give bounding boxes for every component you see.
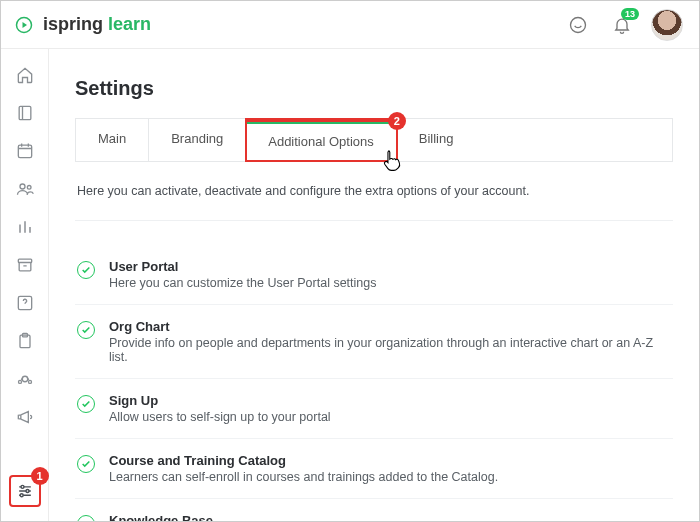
options-list: User Portal Here you can customize the U… bbox=[75, 245, 673, 522]
option-sub: Learners can self-enroll in courses and … bbox=[109, 470, 498, 484]
check-icon bbox=[77, 395, 95, 413]
sidebar-item-archive[interactable] bbox=[9, 249, 41, 281]
brand-name1: ispring bbox=[43, 14, 103, 35]
tab-branding[interactable]: Branding bbox=[149, 119, 246, 161]
option-title: Knowledge Base bbox=[109, 513, 566, 522]
svg-point-12 bbox=[28, 380, 31, 383]
tab-main[interactable]: Main bbox=[76, 119, 149, 161]
pointer-cursor-icon bbox=[382, 148, 404, 177]
main: Settings Main Branding Additional Option… bbox=[49, 49, 699, 522]
svg-point-14 bbox=[26, 490, 29, 493]
bell-icon[interactable]: 13 bbox=[607, 10, 637, 40]
page-title: Settings bbox=[75, 77, 673, 100]
option-sub: Provide info on people and departments i… bbox=[109, 336, 671, 364]
intro-text: Here you can activate, deactivate and co… bbox=[75, 162, 673, 221]
tab-additional-options-label: Additional Options bbox=[268, 134, 374, 149]
check-icon bbox=[77, 455, 95, 473]
bell-badge: 13 bbox=[621, 8, 639, 20]
avatar[interactable] bbox=[651, 9, 683, 41]
chat-icon[interactable] bbox=[563, 10, 593, 40]
option-course-catalog[interactable]: Course and Training Catalog Learners can… bbox=[75, 439, 673, 499]
sidebar-item-help[interactable] bbox=[9, 287, 41, 319]
option-sub: Here you can customize the User Portal s… bbox=[109, 276, 376, 290]
brand-name2: learn bbox=[108, 14, 151, 35]
sidebar-item-library[interactable] bbox=[9, 97, 41, 129]
brand-icon bbox=[15, 16, 33, 34]
check-icon bbox=[77, 321, 95, 339]
option-title: User Portal bbox=[109, 259, 376, 274]
svg-point-1 bbox=[571, 17, 586, 32]
brand-text: ispring learn bbox=[43, 14, 151, 35]
sidebar-item-home[interactable] bbox=[9, 59, 41, 91]
check-icon bbox=[77, 515, 95, 522]
option-knowledge-base[interactable]: Knowledge Base Build a knowledge base ou… bbox=[75, 499, 673, 522]
check-icon bbox=[77, 261, 95, 279]
topbar: ispring learn 13 bbox=[1, 1, 699, 49]
option-sub: Allow users to self-sign up to your port… bbox=[109, 410, 331, 424]
svg-point-15 bbox=[20, 494, 23, 497]
tabs: Main Branding Additional Options 2 Billi… bbox=[75, 118, 673, 162]
svg-rect-6 bbox=[18, 259, 31, 262]
svg-rect-2 bbox=[19, 106, 31, 119]
sidebar-item-gamification[interactable] bbox=[9, 363, 41, 395]
tab-callout-badge: 2 bbox=[388, 112, 406, 130]
svg-point-13 bbox=[21, 485, 24, 488]
option-title: Sign Up bbox=[109, 393, 331, 408]
sidebar-item-calendar[interactable] bbox=[9, 135, 41, 167]
svg-point-4 bbox=[20, 184, 25, 189]
option-user-portal[interactable]: User Portal Here you can customize the U… bbox=[75, 245, 673, 305]
settings-callout-badge: 1 bbox=[31, 467, 49, 485]
option-org-chart[interactable]: Org Chart Provide info on people and dep… bbox=[75, 305, 673, 379]
svg-point-11 bbox=[18, 380, 21, 383]
sidebar: 1 bbox=[1, 49, 49, 522]
sidebar-item-users[interactable] bbox=[9, 173, 41, 205]
option-sign-up[interactable]: Sign Up Allow users to self-sign up to y… bbox=[75, 379, 673, 439]
svg-point-10 bbox=[22, 376, 28, 382]
sidebar-item-clipboard[interactable] bbox=[9, 325, 41, 357]
svg-point-5 bbox=[27, 186, 31, 190]
brand[interactable]: ispring learn bbox=[15, 14, 151, 35]
topbar-right: 13 bbox=[563, 9, 683, 41]
option-title: Org Chart bbox=[109, 319, 671, 334]
tab-additional-options[interactable]: Additional Options 2 bbox=[246, 119, 397, 161]
sidebar-item-settings[interactable]: 1 bbox=[9, 475, 41, 507]
sidebar-item-reports[interactable] bbox=[9, 211, 41, 243]
option-title: Course and Training Catalog bbox=[109, 453, 498, 468]
svg-rect-3 bbox=[18, 145, 31, 158]
sidebar-item-announce[interactable] bbox=[9, 401, 41, 433]
tab-billing[interactable]: Billing bbox=[397, 119, 476, 161]
